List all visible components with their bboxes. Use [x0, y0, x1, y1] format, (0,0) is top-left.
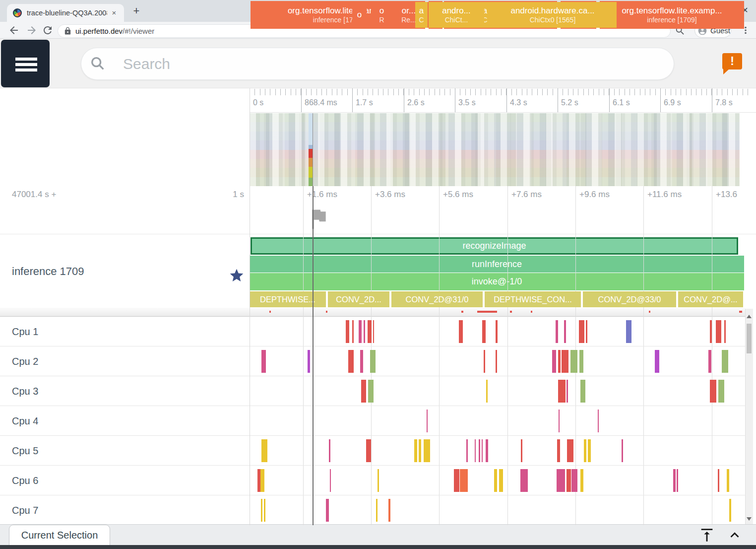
- cpu-slice[interactable]: [370, 350, 376, 373]
- cpu-slice[interactable]: [558, 350, 561, 373]
- cpu-slice[interactable]: [718, 380, 724, 403]
- cpu-slice[interactable]: [622, 439, 623, 462]
- slice-recognizeImage[interactable]: recognizeImage: [251, 237, 738, 255]
- cpu-slice[interactable]: [427, 410, 428, 432]
- cpu-slice[interactable]: [558, 380, 566, 403]
- forward-icon[interactable]: [26, 24, 38, 36]
- cpu-slice[interactable]: oR: [371, 2, 392, 28]
- cpu-slice[interactable]: andro...ChiCt...: [429, 2, 484, 28]
- cpu-slice[interactable]: [308, 350, 310, 373]
- cpu-slice[interactable]: [466, 439, 468, 462]
- cpu-slice[interactable]: [460, 469, 468, 492]
- cpu-slice[interactable]: [366, 439, 371, 462]
- cpu-slice[interactable]: [557, 469, 565, 492]
- cpu-slice[interactable]: [579, 350, 583, 373]
- cpu-slice[interactable]: [475, 439, 476, 462]
- cpu-slice[interactable]: [378, 469, 379, 492]
- cpu-slice[interactable]: [570, 350, 577, 373]
- cpu-slice[interactable]: [494, 469, 497, 492]
- cpu-slice[interactable]: [352, 320, 354, 343]
- cpu-slice[interactable]: [361, 380, 366, 403]
- cpu-slice[interactable]: [364, 320, 365, 343]
- flag-marker-icon[interactable]: [308, 206, 329, 230]
- cpu-slice[interactable]: [626, 320, 631, 343]
- slice-conv[interactable]: CONV_2D@...: [678, 291, 744, 307]
- slice-conv[interactable]: CONV_2D@31/0: [391, 291, 484, 307]
- cpu-slice[interactable]: [499, 469, 503, 492]
- cpu-slice[interactable]: [424, 439, 430, 462]
- cpu-slice[interactable]: [326, 499, 329, 522]
- slice-conv[interactable]: CONV_2D...: [328, 291, 390, 307]
- cpu-slice[interactable]: aC: [415, 2, 428, 28]
- cpu-slice[interactable]: [520, 469, 528, 492]
- cpu-slice[interactable]: [486, 439, 488, 462]
- cpu-slice[interactable]: [571, 469, 577, 492]
- cpu-slice[interactable]: [261, 499, 262, 522]
- cpu-slice[interactable]: [359, 320, 362, 343]
- cpu-slice[interactable]: [368, 320, 372, 343]
- hamburger-menu-button[interactable]: [1, 40, 50, 87]
- cpu-slice[interactable]: [579, 320, 584, 343]
- error-bubble-icon[interactable]: !: [722, 53, 742, 69]
- cpu-slice[interactable]: [454, 469, 459, 492]
- cpu-slice[interactable]: [482, 439, 483, 462]
- cpu-slice[interactable]: [586, 320, 587, 343]
- reload-icon[interactable]: [42, 24, 54, 36]
- cpu-slice[interactable]: [346, 320, 349, 343]
- cpu-slice[interactable]: o: [352, 2, 367, 28]
- slice-conv[interactable]: DEPTHWISE_CON...: [485, 291, 582, 307]
- cpu-slice[interactable]: [655, 350, 659, 373]
- cpu-slice[interactable]: android.hardware.ca...ChiCtx0 [1565]: [489, 2, 617, 28]
- search-input[interactable]: [122, 52, 568, 76]
- cpu-slice[interactable]: [368, 380, 374, 403]
- cpu-slice[interactable]: [708, 350, 711, 373]
- cpu-slice[interactable]: [484, 350, 485, 373]
- cpu-slice[interactable]: [521, 439, 522, 462]
- cpu-slice[interactable]: [567, 469, 571, 492]
- cpu-slice[interactable]: [373, 320, 374, 343]
- cpu-slice[interactable]: [710, 380, 716, 403]
- cpu-slice[interactable]: [562, 350, 568, 373]
- cpu-slice[interactable]: [388, 499, 390, 522]
- slice-invoke[interactable]: invoke@-1/0: [250, 273, 744, 290]
- current-selection-tab[interactable]: Current Selection: [9, 525, 110, 545]
- browser-tab[interactable]: trace-blueline-QQ3A.200805 ×: [7, 4, 124, 22]
- back-icon[interactable]: [8, 24, 20, 36]
- cpu-slice[interactable]: [261, 439, 267, 462]
- cpu-slice[interactable]: [598, 410, 599, 432]
- cpu-slice[interactable]: [580, 380, 585, 403]
- scrollbar-thumb[interactable]: [747, 324, 752, 353]
- cpu-slice[interactable]: [588, 439, 591, 462]
- cpu-slice[interactable]: [376, 499, 378, 522]
- cpu-slice[interactable]: [496, 350, 497, 373]
- cpu-slice[interactable]: [716, 320, 721, 343]
- cpu-slice[interactable]: [414, 439, 417, 462]
- cpu-slice[interactable]: [580, 469, 583, 492]
- cpu-slice[interactable]: [482, 320, 486, 343]
- cpu-slice[interactable]: [348, 350, 354, 373]
- slice-conv[interactable]: CONV_2D@33/0: [583, 291, 677, 307]
- cpu-slice[interactable]: [727, 469, 729, 492]
- cpu-slice[interactable]: [722, 350, 728, 373]
- cpu-slice[interactable]: [360, 350, 363, 373]
- slice-runInference[interactable]: runInference: [250, 256, 744, 273]
- cpu-slice[interactable]: [486, 380, 488, 403]
- cpu-slice[interactable]: [459, 320, 463, 343]
- cpu-slice[interactable]: [479, 439, 480, 462]
- pin-star-icon[interactable]: [229, 268, 245, 283]
- cpu-slice[interactable]: [260, 469, 264, 492]
- cpu-slice[interactable]: [710, 320, 712, 343]
- cpu-slice[interactable]: [261, 350, 266, 373]
- slice-conv[interactable]: DEPTHWISE...: [250, 291, 327, 307]
- cpu-slice[interactable]: [584, 439, 586, 462]
- cpu-slice[interactable]: [264, 499, 265, 522]
- new-tab-button[interactable]: +: [130, 5, 143, 18]
- tab-close-icon[interactable]: ×: [109, 8, 119, 18]
- cpu-slice[interactable]: [718, 469, 719, 492]
- cpu-slice[interactable]: [419, 439, 421, 462]
- cpu-slice[interactable]: [552, 350, 556, 373]
- chevron-up-icon[interactable]: [726, 527, 743, 544]
- cpu-slice[interactable]: [556, 320, 558, 343]
- scroll-down-icon[interactable]: [747, 517, 752, 521]
- vertical-align-top-icon[interactable]: [698, 527, 715, 544]
